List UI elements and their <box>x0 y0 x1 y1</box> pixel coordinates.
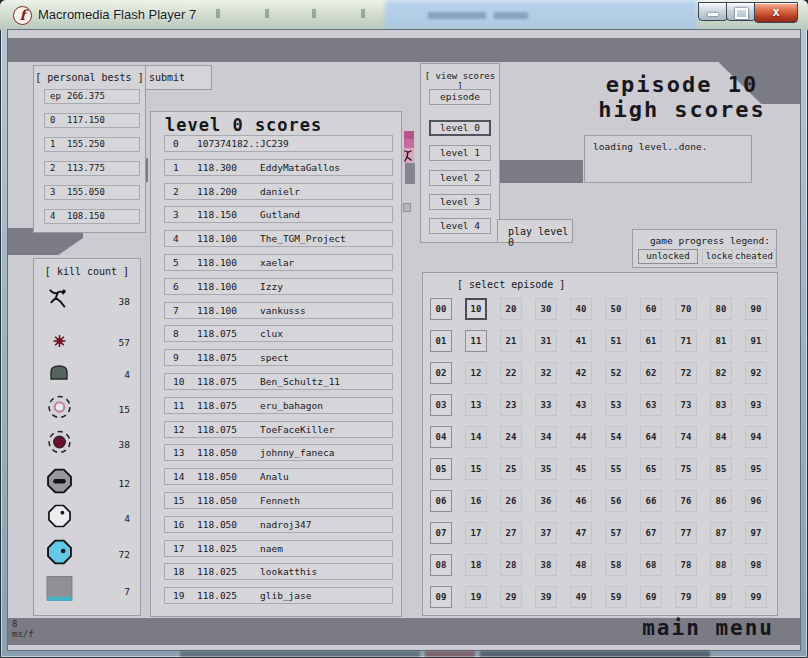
episode-03-button[interactable]: 03 <box>430 394 452 416</box>
episode-92-button[interactable]: 92 <box>745 362 767 384</box>
episode-72-button[interactable]: 72 <box>675 362 697 384</box>
episode-21-button[interactable]: 21 <box>500 330 522 352</box>
episode-37-button[interactable]: 37 <box>535 522 557 544</box>
episode-94-button[interactable]: 94 <box>745 426 767 448</box>
episode-87-button[interactable]: 87 <box>710 522 732 544</box>
episode-00-button[interactable]: 00 <box>430 298 452 320</box>
episode-18-button[interactable]: 18 <box>465 554 487 576</box>
episode-48-button[interactable]: 48 <box>570 554 592 576</box>
episode-83-button[interactable]: 83 <box>710 394 732 416</box>
episode-96-button[interactable]: 96 <box>745 490 767 512</box>
episode-79-button[interactable]: 79 <box>675 586 697 608</box>
episode-80-button[interactable]: 80 <box>710 298 732 320</box>
episode-95-button[interactable]: 95 <box>745 458 767 480</box>
episode-54-button[interactable]: 54 <box>605 426 627 448</box>
view-level-3-button[interactable]: level 3 <box>429 194 491 210</box>
episode-85-button[interactable]: 85 <box>710 458 732 480</box>
episode-62-button[interactable]: 62 <box>640 362 662 384</box>
episode-88-button[interactable]: 88 <box>710 554 732 576</box>
episode-38-button[interactable]: 38 <box>535 554 557 576</box>
episode-81-button[interactable]: 81 <box>710 330 732 352</box>
episode-33-button[interactable]: 33 <box>535 394 557 416</box>
episode-06-button[interactable]: 06 <box>430 490 452 512</box>
episode-02-button[interactable]: 02 <box>430 362 452 384</box>
view-episode-scores-button[interactable]: episode <box>429 89 491 105</box>
episode-05-button[interactable]: 05 <box>430 458 452 480</box>
episode-24-button[interactable]: 24 <box>500 426 522 448</box>
episode-53-button[interactable]: 53 <box>605 394 627 416</box>
episode-74-button[interactable]: 74 <box>675 426 697 448</box>
episode-13-button[interactable]: 13 <box>465 394 487 416</box>
episode-27-button[interactable]: 27 <box>500 522 522 544</box>
episode-41-button[interactable]: 41 <box>570 330 592 352</box>
episode-59-button[interactable]: 59 <box>605 586 627 608</box>
view-level-1-button[interactable]: level 1 <box>429 145 491 161</box>
episode-66-button[interactable]: 66 <box>640 490 662 512</box>
episode-63-button[interactable]: 63 <box>640 394 662 416</box>
episode-67-button[interactable]: 67 <box>640 522 662 544</box>
episode-40-button[interactable]: 40 <box>570 298 592 320</box>
episode-25-button[interactable]: 25 <box>500 458 522 480</box>
main-menu-button[interactable]: main menu <box>642 616 774 640</box>
episode-09-button[interactable]: 09 <box>430 586 452 608</box>
episode-61-button[interactable]: 61 <box>640 330 662 352</box>
episode-19-button[interactable]: 19 <box>465 586 487 608</box>
episode-91-button[interactable]: 91 <box>745 330 767 352</box>
episode-29-button[interactable]: 29 <box>500 586 522 608</box>
episode-51-button[interactable]: 51 <box>605 330 627 352</box>
episode-49-button[interactable]: 49 <box>570 586 592 608</box>
play-level-button[interactable]: play level 0 <box>497 219 573 243</box>
view-level-2-button[interactable]: level 2 <box>429 170 491 186</box>
episode-93-button[interactable]: 93 <box>745 394 767 416</box>
episode-97-button[interactable]: 97 <box>745 522 767 544</box>
episode-89-button[interactable]: 89 <box>710 586 732 608</box>
episode-77-button[interactable]: 77 <box>675 522 697 544</box>
submit-button[interactable]: submit <box>140 65 212 90</box>
episode-39-button[interactable]: 39 <box>535 586 557 608</box>
close-button[interactable]: x <box>754 2 798 23</box>
episode-01-button[interactable]: 01 <box>430 330 452 352</box>
episode-04-button[interactable]: 04 <box>430 426 452 448</box>
episode-45-button[interactable]: 45 <box>570 458 592 480</box>
episode-52-button[interactable]: 52 <box>605 362 627 384</box>
episode-57-button[interactable]: 57 <box>605 522 627 544</box>
episode-46-button[interactable]: 46 <box>570 490 592 512</box>
episode-17-button[interactable]: 17 <box>465 522 487 544</box>
episode-55-button[interactable]: 55 <box>605 458 627 480</box>
episode-22-button[interactable]: 22 <box>500 362 522 384</box>
episode-75-button[interactable]: 75 <box>675 458 697 480</box>
episode-44-button[interactable]: 44 <box>570 426 592 448</box>
episode-26-button[interactable]: 26 <box>500 490 522 512</box>
episode-32-button[interactable]: 32 <box>535 362 557 384</box>
episode-35-button[interactable]: 35 <box>535 458 557 480</box>
episode-14-button[interactable]: 14 <box>465 426 487 448</box>
episode-84-button[interactable]: 84 <box>710 426 732 448</box>
episode-90-button[interactable]: 90 <box>745 298 767 320</box>
episode-71-button[interactable]: 71 <box>675 330 697 352</box>
episode-30-button[interactable]: 30 <box>535 298 557 320</box>
episode-50-button[interactable]: 50 <box>605 298 627 320</box>
episode-47-button[interactable]: 47 <box>570 522 592 544</box>
episode-11-button[interactable]: 11 <box>465 330 487 352</box>
episode-70-button[interactable]: 70 <box>675 298 697 320</box>
view-level-4-button[interactable]: level 4 <box>429 218 491 234</box>
episode-28-button[interactable]: 28 <box>500 554 522 576</box>
episode-68-button[interactable]: 68 <box>640 554 662 576</box>
episode-23-button[interactable]: 23 <box>500 394 522 416</box>
episode-34-button[interactable]: 34 <box>535 426 557 448</box>
episode-07-button[interactable]: 07 <box>430 522 452 544</box>
episode-10-button[interactable]: 10 <box>465 298 487 320</box>
episode-64-button[interactable]: 64 <box>640 426 662 448</box>
episode-42-button[interactable]: 42 <box>570 362 592 384</box>
episode-58-button[interactable]: 58 <box>605 554 627 576</box>
episode-43-button[interactable]: 43 <box>570 394 592 416</box>
episode-65-button[interactable]: 65 <box>640 458 662 480</box>
maximize-button[interactable] <box>726 2 756 21</box>
titlebar[interactable]: f Macromedia Flash Player 7 x <box>0 0 808 30</box>
episode-69-button[interactable]: 69 <box>640 586 662 608</box>
episode-08-button[interactable]: 08 <box>430 554 452 576</box>
episode-86-button[interactable]: 86 <box>710 490 732 512</box>
episode-20-button[interactable]: 20 <box>500 298 522 320</box>
episode-76-button[interactable]: 76 <box>675 490 697 512</box>
episode-60-button[interactable]: 60 <box>640 298 662 320</box>
